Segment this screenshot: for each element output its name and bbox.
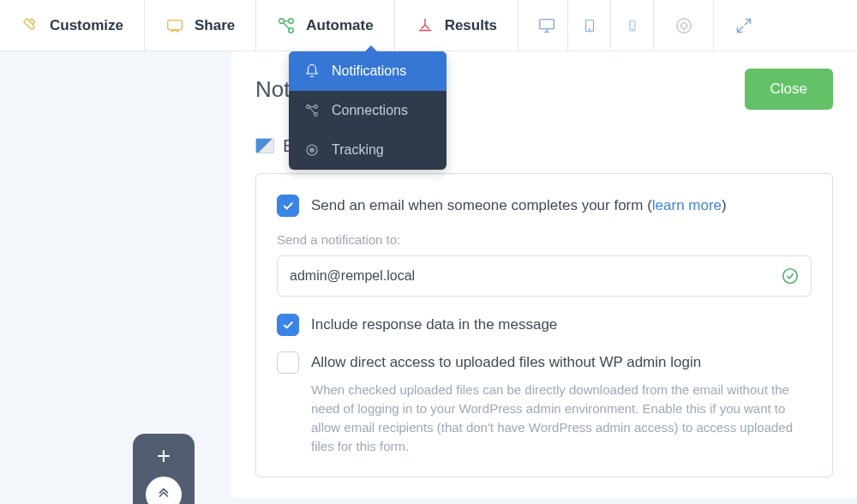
send-to-label: Send a notification to: bbox=[277, 232, 812, 247]
expand-button[interactable] bbox=[714, 0, 774, 51]
dropdown-notifications[interactable]: Notifications bbox=[289, 51, 446, 91]
send-email-label: Send an email when someone completes you… bbox=[311, 195, 727, 217]
learn-more-link[interactable]: learn more bbox=[652, 197, 722, 213]
nav-customize-label: Customize bbox=[50, 17, 123, 34]
include-response-row: Include response data in the message bbox=[277, 314, 812, 336]
desktop-icon bbox=[537, 16, 556, 35]
device-tablet-button[interactable] bbox=[568, 0, 611, 51]
automate-dropdown: Notifications Connections Tracking bbox=[289, 51, 446, 170]
automate-icon bbox=[277, 16, 296, 35]
dropdown-notifications-label: Notifications bbox=[332, 63, 406, 79]
nav-results[interactable]: Results bbox=[395, 0, 518, 51]
results-icon bbox=[416, 16, 434, 35]
svg-rect-4 bbox=[539, 19, 554, 28]
svg-point-6 bbox=[589, 28, 590, 29]
include-response-checkbox[interactable] bbox=[277, 314, 299, 336]
svg-point-16 bbox=[311, 149, 312, 150]
nav-share-label: Share bbox=[195, 17, 235, 34]
share-icon bbox=[165, 16, 184, 35]
svg-point-17 bbox=[783, 269, 798, 284]
nav-automate[interactable]: Automate bbox=[256, 0, 394, 51]
device-mobile-button[interactable] bbox=[611, 0, 654, 51]
nav-automate-label: Automate bbox=[306, 17, 373, 34]
envelope-icon bbox=[255, 138, 274, 153]
svg-point-9 bbox=[676, 18, 691, 33]
svg-point-2 bbox=[289, 18, 294, 23]
allow-direct-checkbox[interactable] bbox=[277, 351, 299, 374]
nav-customize[interactable]: Customize bbox=[0, 0, 145, 51]
send-email-row: Send an email when someone completes you… bbox=[277, 195, 812, 217]
mobile-icon bbox=[626, 16, 638, 35]
top-navigation: Customize Share Automate Results bbox=[0, 0, 857, 51]
email-input-wrap bbox=[277, 255, 812, 297]
tablet-icon bbox=[582, 16, 597, 35]
svg-point-8 bbox=[632, 28, 632, 29]
nav-results-label: Results bbox=[445, 17, 497, 34]
expand-icon bbox=[735, 17, 752, 34]
send-email-checkbox[interactable] bbox=[277, 195, 299, 217]
side-circle-button[interactable] bbox=[146, 477, 182, 504]
form-box: Send an email when someone completes you… bbox=[255, 173, 833, 477]
close-button[interactable]: Close bbox=[745, 69, 833, 110]
svg-rect-0 bbox=[168, 20, 183, 29]
customize-icon bbox=[21, 16, 39, 35]
add-button[interactable]: + bbox=[157, 442, 171, 470]
connections-icon bbox=[304, 103, 320, 118]
dropdown-tracking[interactable]: Tracking bbox=[289, 130, 446, 170]
nav-right-group bbox=[525, 0, 774, 51]
tracking-icon bbox=[304, 142, 320, 158]
svg-point-13 bbox=[315, 113, 318, 117]
notification-email-input[interactable] bbox=[277, 255, 812, 297]
svg-point-10 bbox=[680, 22, 686, 27]
allow-direct-helper: When checked uploaded files can be direc… bbox=[311, 381, 812, 456]
allow-direct-label: Allow direct access to uploaded files wi… bbox=[311, 351, 812, 374]
help-button[interactable] bbox=[654, 0, 714, 51]
dropdown-tracking-label: Tracking bbox=[332, 142, 384, 158]
dropdown-connections-label: Connections bbox=[332, 103, 408, 118]
include-response-label: Include response data in the message bbox=[311, 314, 557, 336]
svg-point-12 bbox=[315, 105, 318, 109]
device-desktop-button[interactable] bbox=[525, 0, 568, 51]
bell-icon bbox=[304, 63, 320, 79]
dropdown-connections[interactable]: Connections bbox=[289, 91, 446, 130]
allow-direct-row: Allow direct access to uploaded files wi… bbox=[277, 351, 812, 456]
side-controls: + bbox=[133, 434, 195, 504]
valid-icon bbox=[781, 267, 800, 285]
chevron-up-icon bbox=[155, 486, 172, 503]
help-icon bbox=[674, 16, 693, 35]
nav-share[interactable]: Share bbox=[145, 0, 256, 51]
